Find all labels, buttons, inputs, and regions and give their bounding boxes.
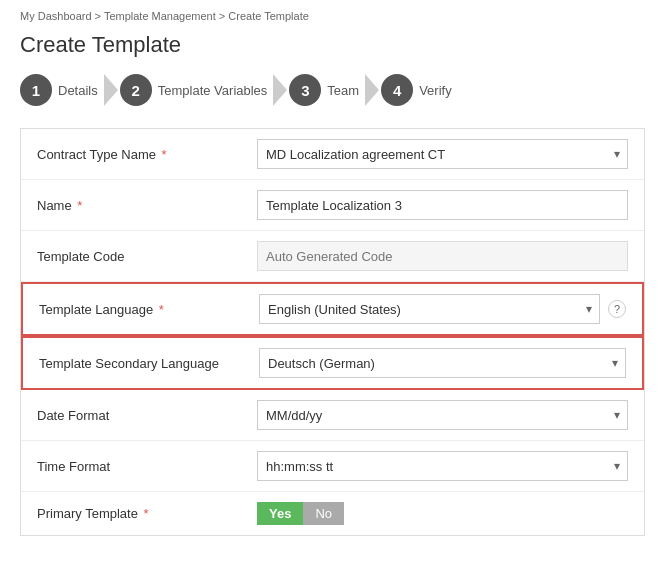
template-code-value (257, 241, 628, 271)
time-format-select-wrapper: hh:mm:ss tt (257, 451, 628, 481)
primary-template-label: Primary Template * (37, 506, 257, 521)
date-format-row: Date Format MM/dd/yy (21, 390, 644, 441)
step-1-number: 1 (20, 74, 52, 106)
date-format-value: MM/dd/yy (257, 400, 628, 430)
step-3-label: Team (327, 83, 359, 98)
primary-template-row: Primary Template * Yes No (21, 492, 644, 535)
template-secondary-language-select[interactable]: Deutsch (German) (259, 348, 626, 378)
date-format-select-wrapper: MM/dd/yy (257, 400, 628, 430)
steps-container: 1 Details 2 Template Variables 3 Team 4 … (20, 74, 645, 106)
template-secondary-language-select-wrapper: Deutsch (German) (259, 348, 626, 378)
step-1-label: Details (58, 83, 98, 98)
time-format-label: Time Format (37, 459, 257, 474)
template-language-help-icon[interactable]: ? (608, 300, 626, 318)
primary-template-required: * (140, 506, 149, 521)
primary-template-toggle: Yes No (257, 502, 344, 525)
step-2-number: 2 (120, 74, 152, 106)
step-2[interactable]: 2 Template Variables (120, 74, 272, 106)
contract-type-select[interactable]: MD Localization agreement CT (257, 139, 628, 169)
step-arrow-2 (273, 74, 287, 106)
template-language-row: Template Language * English (United Stat… (21, 282, 644, 336)
step-4[interactable]: 4 Verify (381, 74, 456, 106)
page-container: My Dashboard > Template Management > Cre… (0, 0, 665, 556)
form-area: Contract Type Name * MD Localization agr… (20, 128, 645, 536)
step-4-number: 4 (381, 74, 413, 106)
name-row: Name * (21, 180, 644, 231)
contract-type-label: Contract Type Name * (37, 147, 257, 162)
name-label: Name * (37, 198, 257, 213)
name-value (257, 190, 628, 220)
step-3[interactable]: 3 Team (289, 74, 363, 106)
breadcrumb-sep1: > (95, 10, 104, 22)
date-format-select[interactable]: MM/dd/yy (257, 400, 628, 430)
contract-type-required: * (158, 147, 167, 162)
step-arrow-3 (365, 74, 379, 106)
template-language-label: Template Language * (39, 302, 259, 317)
name-input[interactable] (257, 190, 628, 220)
page-title: Create Template (20, 32, 645, 58)
date-format-label: Date Format (37, 408, 257, 423)
breadcrumb-home[interactable]: My Dashboard (20, 10, 92, 22)
time-format-value: hh:mm:ss tt (257, 451, 628, 481)
name-required: * (74, 198, 83, 213)
template-secondary-language-value: Deutsch (German) (259, 348, 626, 378)
toggle-no-button[interactable]: No (303, 502, 344, 525)
breadcrumb-create: Create Template (228, 10, 309, 22)
template-language-required: * (155, 302, 164, 317)
breadcrumb-sep2: > (219, 10, 228, 22)
time-format-row: Time Format hh:mm:ss tt (21, 441, 644, 492)
step-3-number: 3 (289, 74, 321, 106)
template-code-label: Template Code (37, 249, 257, 264)
template-code-input (257, 241, 628, 271)
contract-type-select-wrapper: MD Localization agreement CT (257, 139, 628, 169)
primary-template-value: Yes No (257, 502, 628, 525)
breadcrumb-template-mgmt[interactable]: Template Management (104, 10, 216, 22)
template-language-value: English (United States) ? (259, 294, 626, 324)
breadcrumb: My Dashboard > Template Management > Cre… (20, 10, 645, 22)
step-arrow-1 (104, 74, 118, 106)
template-code-row: Template Code (21, 231, 644, 282)
template-secondary-language-row: Template Secondary Language Deutsch (Ger… (21, 336, 644, 390)
template-secondary-language-label: Template Secondary Language (39, 356, 259, 371)
template-language-select-wrapper: English (United States) (259, 294, 600, 324)
step-4-label: Verify (419, 83, 452, 98)
step-2-label: Template Variables (158, 83, 268, 98)
contract-type-row: Contract Type Name * MD Localization agr… (21, 129, 644, 180)
template-language-select[interactable]: English (United States) (259, 294, 600, 324)
contract-type-value: MD Localization agreement CT (257, 139, 628, 169)
toggle-yes-button[interactable]: Yes (257, 502, 303, 525)
step-1[interactable]: 1 Details (20, 74, 102, 106)
time-format-select[interactable]: hh:mm:ss tt (257, 451, 628, 481)
